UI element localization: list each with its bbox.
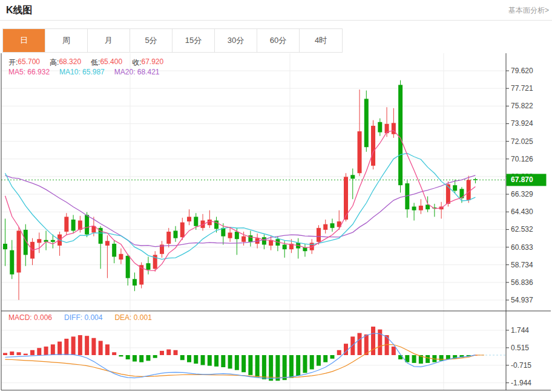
svg-text:-1.944: -1.944 (511, 379, 531, 387)
period-tabbar: 日周月5分15分30分60分4时 (2, 28, 343, 53)
tab-week[interactable]: 周 (45, 29, 88, 52)
svg-text:0.515: 0.515 (511, 344, 529, 352)
svg-text:66.329: 66.329 (511, 190, 533, 198)
pane-borders (1, 53, 551, 390)
svg-text:64.430: 64.430 (511, 207, 533, 216)
tab-15min[interactable]: 15分 (172, 29, 215, 52)
macd-histogram (3, 327, 478, 381)
tab-30min[interactable]: 30分 (215, 29, 257, 52)
diff-line (5, 333, 476, 378)
tab-4hour[interactable]: 4时 (300, 29, 342, 52)
svg-text:77.721: 77.721 (511, 84, 533, 93)
kline-chart-canvas: 79.62077.72175.82273.92472.02570.12668.2… (0, 0, 552, 392)
svg-text:67.870: 67.870 (511, 175, 533, 184)
svg-text:75.822: 75.822 (511, 102, 533, 110)
svg-text:73.924: 73.924 (511, 119, 533, 128)
tab-day[interactable]: 日 (3, 29, 45, 52)
svg-text:1.744: 1.744 (511, 326, 529, 335)
svg-text:79.620: 79.620 (511, 67, 533, 75)
ma5-line (5, 131, 476, 271)
svg-text:60.633: 60.633 (511, 243, 533, 252)
candles (3, 80, 478, 300)
tab-60min[interactable]: 60分 (257, 29, 300, 52)
ma10-line (5, 154, 476, 260)
svg-text:-0.715: -0.715 (511, 361, 531, 370)
macd-axis-labels: 1.7440.515-0.715-1.944 (506, 326, 531, 387)
svg-text:58.734: 58.734 (511, 261, 533, 269)
tab-5min[interactable]: 5分 (130, 29, 172, 52)
svg-text:56.836: 56.836 (511, 278, 533, 287)
svg-text:70.126: 70.126 (511, 155, 533, 163)
kline-page: K线图 基本面分析> 日周月5分15分30分60分4时 79.62077.721… (0, 0, 552, 392)
current-price-badge: 67.870 (507, 174, 547, 186)
tab-month[interactable]: 月 (88, 29, 130, 52)
svg-text:62.532: 62.532 (511, 225, 533, 234)
svg-text:72.025: 72.025 (511, 137, 533, 146)
gridlines (1, 53, 506, 390)
ma20-line (5, 175, 476, 247)
svg-text:54.937: 54.937 (511, 296, 533, 304)
